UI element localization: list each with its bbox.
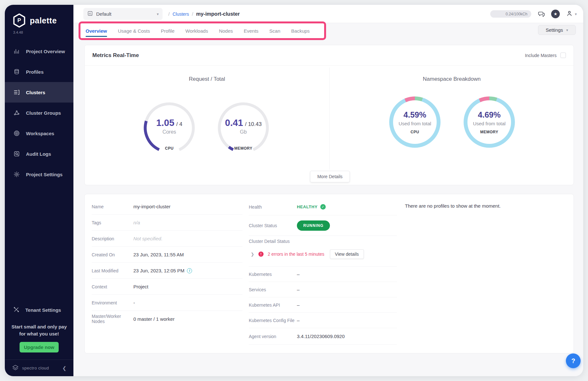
sidebar-item-label: Tenant Settings	[25, 307, 61, 313]
sidebar-item-label: Audit Logs	[26, 151, 51, 157]
sidebar-item-label: Workspaces	[26, 131, 54, 136]
memory-used-pct: 4.69%	[478, 110, 501, 120]
sidebar-item-audit-logs[interactable]: Audit Logs	[5, 144, 73, 164]
chevron-down-icon: ▾	[157, 12, 159, 16]
error-text: 2 errors in the last 5 minutes	[268, 252, 324, 257]
breadcrumb-clusters-link[interactable]: Clusters	[172, 12, 189, 17]
view-details-button[interactable]: View details	[330, 249, 364, 259]
brand-name: palette	[30, 16, 57, 25]
metrics-title: Metrics Real-Time	[92, 52, 139, 59]
chevron-right-icon[interactable]: ❯	[251, 252, 254, 257]
detail-row-kubernetes-api: Kubernetes API –	[249, 297, 397, 313]
cpu-used-pct: 4.59%	[404, 110, 426, 120]
check-icon: ✓	[320, 204, 326, 210]
cluster-details-card: Name my-import-cluster Tags n/a Descript…	[84, 194, 574, 353]
sidebar-item-clusters[interactable]: Clusters	[5, 82, 73, 103]
metrics-header: Metrics Real-Time Include Masters	[85, 45, 574, 66]
tab-nodes[interactable]: Nodes	[219, 23, 233, 38]
topbar-right: 0.24/100kCh ★ ▾	[490, 5, 577, 23]
cluster-info-column: Name my-import-cluster Tags n/a Descript…	[92, 199, 242, 327]
chevron-down-icon: ▾	[575, 12, 577, 16]
sidebar-item-label: Cluster Groups	[26, 110, 61, 116]
detail-row-context: Context Project	[92, 279, 242, 295]
app-window: P palette 3.4.48 Project Overview Profil…	[5, 5, 583, 376]
memory-gauge: 0.41 / 10.43 Gb MEMORY	[216, 101, 271, 155]
namespace-breakdown-title: Namespace Breakdown	[329, 76, 574, 82]
include-masters: Include Masters	[525, 53, 566, 58]
sidebar-item-workspaces[interactable]: Workspaces	[5, 123, 73, 144]
tab-usage-costs[interactable]: Usage & Costs	[118, 23, 150, 38]
tab-backups[interactable]: Backups	[291, 23, 310, 38]
error-icon: !	[258, 252, 264, 257]
settings-button[interactable]: Settings ▾	[538, 25, 576, 35]
cluster-status-column: Health HEALTHY ✓ Cluster Status RUNNING …	[249, 199, 397, 345]
search-doc-icon	[13, 150, 20, 157]
include-masters-checkbox[interactable]	[560, 53, 566, 58]
breadcrumb-current: my-import-cluster	[196, 11, 240, 17]
profiles-empty-message: There are no profiles to show at the mom…	[405, 203, 500, 209]
chart-divider	[329, 68, 330, 170]
cpu-unit: Cores	[163, 129, 176, 135]
brand: P palette	[13, 13, 57, 28]
cpu-gauge-label: CPU	[142, 146, 197, 151]
upgrade-now-button[interactable]: Upgrade now	[20, 342, 59, 352]
list-icon	[13, 89, 20, 96]
detail-row-kubernetes-config-file: Kubernetes Config File –	[249, 313, 397, 328]
info-icon[interactable]: i	[187, 268, 192, 273]
collapse-sidebar-icon[interactable]: ❮	[62, 365, 66, 371]
breadcrumb: / Clusters / my-import-cluster	[168, 5, 240, 23]
tab-bar: Overview Usage & Costs Profile Workloads…	[86, 23, 310, 38]
tools-icon	[13, 306, 20, 314]
detail-row-kubernetes: Kubernetes –	[249, 267, 397, 282]
sidebar-item-tenant-settings[interactable]: Tenant Settings	[5, 301, 73, 319]
sidebar-nav: Project Overview Profiles Clusters Clust…	[5, 41, 73, 185]
star-notifications-icon[interactable]: ★	[551, 10, 560, 18]
metrics-card: Metrics Real-Time Include Masters Reques…	[84, 45, 574, 185]
layers-icon	[13, 68, 20, 75]
promo-text: Start small and only pay for what you us…	[5, 323, 73, 337]
sidebar-item-cluster-groups[interactable]: Cluster Groups	[5, 103, 73, 123]
more-details-button[interactable]: More Details	[310, 171, 350, 182]
detail-row-environment: Environment -	[92, 295, 242, 311]
status-badge: RUNNING	[297, 220, 330, 231]
memory-unit: Gb	[240, 129, 247, 135]
chevron-down-icon: ▾	[566, 28, 568, 32]
spectro-cloud-logo-icon	[12, 364, 19, 372]
tab-profile[interactable]: Profile	[161, 23, 175, 38]
help-button[interactable]: ?	[566, 353, 581, 368]
footer-brand: spectro cloud	[22, 366, 59, 370]
sidebar-item-project-settings[interactable]: Project Settings	[5, 164, 73, 185]
sidebar-item-label: Project Settings	[26, 172, 63, 177]
tab-overview[interactable]: Overview	[86, 23, 107, 38]
cluster-detail-status-block: Cluster Detail Status ❯ ! 2 errors in th…	[249, 236, 397, 267]
error-row: ❯ ! 2 errors in the last 5 minutes View …	[249, 249, 397, 259]
detail-row-master-worker-nodes: Master/Worker Nodes 0 master / 1 worker	[92, 311, 242, 327]
topbar: Default ▾ / Clusters / my-import-cluster…	[73, 5, 583, 23]
detail-row-last-modified: Last Modified 23 Jun, 2023, 12:05 PM i	[92, 263, 242, 279]
sidebar-item-label: Project Overview	[26, 49, 65, 54]
request-total-title: Request / Total	[85, 76, 329, 82]
gear-icon	[13, 171, 20, 178]
user-menu[interactable]: ▾	[566, 10, 577, 18]
sidebar-footer: spectro cloud ❮	[5, 360, 73, 376]
tab-workloads[interactable]: Workloads	[185, 23, 208, 38]
sidebar-item-profiles[interactable]: Profiles	[5, 62, 73, 82]
user-icon	[566, 10, 573, 18]
detail-row-services: Services –	[249, 282, 397, 297]
tab-events[interactable]: Events	[244, 23, 258, 38]
project-selector[interactable]: Default ▾	[83, 8, 163, 20]
sidebar-item-label: Profiles	[26, 69, 44, 75]
health-row: Health HEALTHY ✓	[249, 199, 397, 215]
cpu-gauge: 1.05 / 4 Cores CPU	[142, 101, 197, 155]
tab-scan[interactable]: Scan	[269, 23, 280, 38]
chat-icon[interactable]	[537, 10, 545, 18]
network-icon	[13, 109, 20, 116]
sidebar-bottom: Tenant Settings Start small and only pay…	[5, 301, 73, 376]
usage-badge[interactable]: 0.24/100kCh	[490, 10, 531, 18]
memory-donut-label: MEMORY	[480, 130, 499, 134]
detail-row-description: Description Not specified.	[92, 231, 242, 247]
cluster-status-row: Cluster Status RUNNING	[249, 215, 397, 236]
target-icon	[13, 130, 20, 137]
health-status: HEALTHY	[297, 204, 318, 209]
sidebar-item-project-overview[interactable]: Project Overview	[5, 41, 73, 62]
